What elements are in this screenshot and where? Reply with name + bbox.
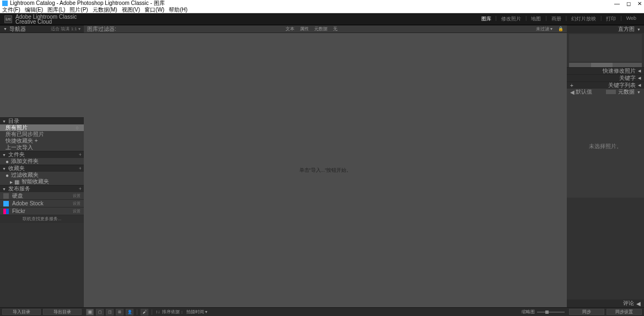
publish-find-more[interactable]: 联机查找更多服务... — [0, 215, 84, 223]
add-collection-icon[interactable]: + — [79, 166, 82, 171]
adobestock-icon — [3, 201, 9, 206]
meta-preset-label: 默认值 — [576, 88, 592, 96]
keywords-section[interactable]: 关键字 ◀ — [567, 74, 644, 81]
export-button[interactable]: 导出目录 — [43, 309, 82, 315]
meta-preset-dropdown[interactable] — [606, 90, 616, 94]
menu-file[interactable]: 文件(F) — [2, 6, 20, 14]
comments-section[interactable]: 评论 ◀ — [567, 299, 644, 307]
add-publish-icon[interactable]: + — [79, 186, 82, 192]
catalog-lastimport[interactable]: 上一次导入 — [0, 144, 84, 151]
publish-stock[interactable]: Adobe Stock 设置 — [0, 200, 84, 208]
module-library[interactable]: 图库 — [478, 14, 495, 24]
histogram-area — [569, 34, 642, 62]
import-button[interactable]: 导入目录 — [2, 309, 41, 315]
sync-button[interactable]: 同步 — [569, 309, 604, 315]
menu-library[interactable]: 图库(L) — [47, 6, 65, 14]
collection-smart[interactable]: ▸ ▦ 智能收藏夹 — [0, 178, 84, 185]
filter-meta[interactable]: 元数据 — [314, 26, 328, 32]
menu-photo[interactable]: 照片(P) — [69, 6, 88, 14]
module-map[interactable]: 地图 — [528, 14, 544, 24]
filter-lock-icon[interactable]: 🔒 — [558, 26, 564, 31]
module-print[interactable]: 打印 — [603, 14, 619, 24]
thumb-size-slider[interactable] — [537, 312, 565, 313]
filter-none[interactable]: 无 — [333, 26, 337, 32]
module-slideshow[interactable]: 幻灯片放映 — [568, 14, 599, 24]
sort-by[interactable]: 排序依据： — [162, 309, 184, 315]
module-develop[interactable]: 修改照片 — [498, 14, 524, 24]
menubar: 文件(F) 编辑(E) 图库(L) 照片(P) 元数据(M) 视图(V) 窗口(… — [0, 7, 644, 13]
minimize-button[interactable]: — — [614, 1, 620, 7]
module-book[interactable]: 画册 — [548, 14, 565, 24]
brand-line1: Adobe Lightroom Classic — [15, 14, 478, 19]
navigator-title: 导航器 — [9, 25, 51, 33]
view-survey-icon[interactable]: ⊞ — [116, 309, 124, 315]
close-button[interactable]: ✕ — [637, 1, 642, 7]
publish-disk[interactable]: 硬盘 设置 — [0, 192, 84, 200]
quickdev-section[interactable]: 快速修改照片 ◀ — [567, 67, 644, 74]
lr-logo-icon: Lrc — [4, 15, 12, 23]
publish-section[interactable]: ▼ 发布服务 + — [0, 185, 84, 192]
navigator-opts[interactable]: 适合 填满 1:1 ▾ — [51, 26, 80, 32]
painter-icon[interactable]: 🖌 — [141, 309, 148, 315]
add-folder-icon[interactable]: + — [79, 152, 82, 157]
menu-window[interactable]: 窗口(W) — [144, 6, 164, 14]
histogram-title: 直方图 — [618, 25, 635, 33]
view-grid-icon[interactable]: ▦ — [86, 309, 94, 315]
empty-state-text: 单击"导入..."按钮开始。 — [299, 167, 352, 174]
menu-help[interactable]: 帮助(H) — [169, 6, 187, 14]
flickr-icon — [3, 209, 9, 214]
thumb-label: 缩略图 — [522, 309, 535, 315]
meta-title: 元数据 — [618, 88, 635, 96]
metadata-empty: 未选择照片。 — [567, 95, 644, 198]
filter-attr[interactable]: 属性 — [300, 26, 309, 32]
view-people-icon[interactable]: 👤 — [126, 309, 133, 315]
menu-edit[interactable]: 编辑(E) — [25, 6, 43, 14]
sort-value[interactable]: 拍摄时间 ▾ — [186, 309, 207, 315]
publish-flickr[interactable]: Flickr 设置 — [0, 208, 84, 215]
brand-line2: Creative Cloud — [15, 19, 478, 24]
navigator-preview — [0, 33, 84, 117]
filter-preset[interactable]: 未过滤 ▾ — [536, 26, 552, 32]
maximize-button[interactable]: ◻ — [626, 1, 631, 7]
view-loupe-icon[interactable]: ▢ — [96, 309, 104, 315]
filterbar-label: 图库过滤器: — [87, 25, 286, 33]
module-web[interactable]: Web — [623, 14, 640, 24]
histogram-strip — [569, 63, 642, 67]
folders-add[interactable]: ● 添加文件夹 — [0, 158, 84, 165]
harddisk-icon — [3, 193, 9, 199]
view-compare-icon[interactable]: ◫ — [106, 309, 114, 315]
sort-label: ↕↓ — [155, 309, 160, 314]
filter-text[interactable]: 文本 — [286, 26, 294, 32]
app-icon — [2, 1, 8, 6]
sync-settings-button[interactable]: 同步设置 — [607, 309, 642, 315]
module-picker: 图库| 修改照片| 地图| 画册| 幻灯片放映| 打印| Web — [478, 14, 640, 24]
menu-view[interactable]: 视图(V) — [122, 6, 140, 14]
menu-metadata[interactable]: 元数据(M) — [93, 6, 117, 14]
